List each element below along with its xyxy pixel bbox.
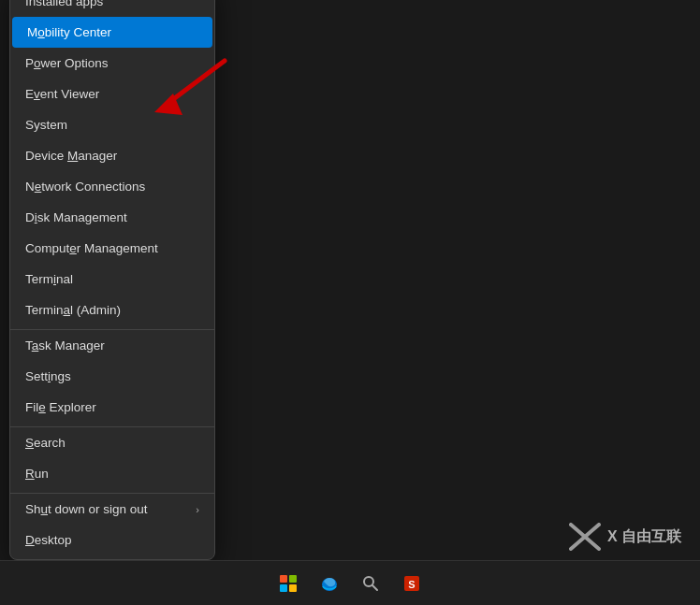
start-button[interactable] <box>271 567 305 600</box>
menu-item-label: Device Manager <box>25 149 117 163</box>
menu-item-terminal[interactable]: Terminal <box>10 264 214 295</box>
menu-item-label: Computer Management <box>25 241 158 255</box>
menu-item-task-manager[interactable]: Task Manager <box>10 329 214 361</box>
menu-item-label: System <box>25 118 67 132</box>
menu-item-search[interactable]: Search <box>10 426 214 458</box>
submenu-arrow-icon: › <box>196 504 199 515</box>
app4-button[interactable]: S <box>395 567 429 600</box>
menu-item-label: Run <box>25 467 49 481</box>
svg-text:S: S <box>408 579 415 590</box>
menu-item-label: Desktop <box>25 533 72 547</box>
menu-item-label: Terminal <box>25 272 73 286</box>
watermark-text: X 自由互联 <box>607 527 681 547</box>
menu-item-label: Search <box>25 436 66 450</box>
menu-item-label: Terminal (Admin) <box>25 303 121 317</box>
menu-item-label: File Explorer <box>25 400 96 414</box>
search-taskbar-button[interactable] <box>354 567 387 600</box>
menu-item-label: Disk Management <box>25 210 127 224</box>
menu-item-installed-apps[interactable]: Installed apps <box>10 0 214 17</box>
menu-item-terminal-admin[interactable]: Terminal (Admin) <box>10 295 214 325</box>
menu-item-system[interactable]: System <box>10 109 214 140</box>
menu-item-power-options[interactable]: Power Options <box>10 48 214 79</box>
menu-item-device-manager[interactable]: Device Manager <box>10 140 214 171</box>
taskbar: S <box>0 560 700 605</box>
menu-item-network-connections[interactable]: Network Connections <box>10 171 214 202</box>
menu-item-shut-down[interactable]: Shut down or sign out› <box>10 493 214 525</box>
menu-item-label: Mobility Center <box>27 25 111 39</box>
menu-item-run[interactable]: Run <box>10 458 214 489</box>
svg-line-4 <box>372 585 377 590</box>
menu-item-desktop[interactable]: Desktop <box>10 525 214 555</box>
menu-item-event-viewer[interactable]: Event Viewer <box>10 79 214 109</box>
menu-item-disk-management[interactable]: Disk Management <box>10 202 214 233</box>
watermark: X 自由互联 <box>566 520 681 554</box>
context-menu: Installed appsMobility CenterPower Optio… <box>9 0 215 560</box>
menu-item-file-explorer[interactable]: File Explorer <box>10 392 214 423</box>
menu-item-mobility-center[interactable]: Mobility Center <box>12 17 212 48</box>
menu-item-label: Event Viewer <box>25 87 99 101</box>
menu-item-label: Settings <box>25 369 71 383</box>
menu-item-computer-management[interactable]: Computer Management <box>10 233 214 264</box>
menu-item-label: Task Manager <box>25 339 105 353</box>
menu-item-settings[interactable]: Settings <box>10 361 214 392</box>
menu-item-label: Network Connections <box>25 180 145 194</box>
edge-button[interactable] <box>313 567 346 600</box>
menu-item-label: Power Options <box>25 56 109 70</box>
menu-item-label: Installed apps <box>25 0 103 8</box>
menu-item-label: Shut down or sign out <box>25 502 148 516</box>
